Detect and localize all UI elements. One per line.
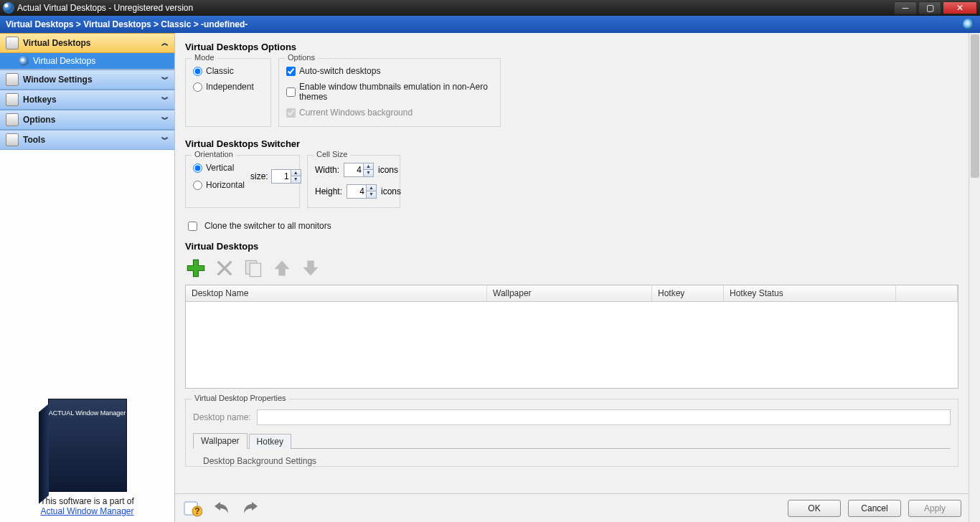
sidebar: Virtual Desktops ︽ Virtual Desktops Wind… bbox=[0, 33, 175, 522]
sidebar-label: Window Settings bbox=[23, 75, 93, 85]
globe-icon[interactable] bbox=[963, 19, 974, 30]
radio-horizontal[interactable]: Horizontal bbox=[193, 180, 245, 190]
desktops-grid[interactable]: Desktop Name Wallpaper Hotkey Hotkey Sta… bbox=[185, 285, 958, 389]
size-input[interactable] bbox=[272, 170, 291, 183]
chevron-down-icon: ︾ bbox=[161, 135, 169, 145]
radio-independent[interactable]: Independent bbox=[193, 82, 263, 92]
check-thumbnails[interactable]: Enable window thumbnails emulation in no… bbox=[286, 82, 493, 102]
spin-up-icon[interactable]: ▲ bbox=[291, 170, 301, 176]
width-label: Width: bbox=[315, 165, 339, 175]
scrollbar-thumb[interactable] bbox=[971, 34, 979, 178]
width-input[interactable] bbox=[344, 163, 363, 176]
sidebar-item-virtual-desktops[interactable]: Virtual Desktops ︽ bbox=[0, 33, 174, 53]
desktop-name-label: Desktop name: bbox=[193, 412, 251, 422]
group-orientation-legend: Orientation bbox=[192, 150, 236, 158]
radio-classic-input[interactable] bbox=[193, 67, 202, 76]
move-down-button[interactable] bbox=[300, 257, 321, 279]
check-clone-switcher-input[interactable] bbox=[188, 222, 197, 231]
size-stepper[interactable]: ▲▼ bbox=[271, 169, 301, 184]
radio-vertical-input[interactable] bbox=[193, 163, 202, 173]
width-stepper[interactable]: ▲▼ bbox=[344, 163, 374, 177]
redo-button[interactable] bbox=[240, 498, 261, 518]
sidebar-item-tools[interactable]: Tools ︾ bbox=[0, 130, 174, 150]
undo-button[interactable] bbox=[211, 498, 232, 518]
check-auto-switch-input[interactable] bbox=[286, 67, 296, 76]
move-up-button[interactable] bbox=[271, 257, 293, 279]
check-thumbnails-input[interactable] bbox=[286, 87, 296, 97]
cancel-button[interactable]: Cancel bbox=[848, 500, 901, 517]
main-body: Virtual Desktops ︽ Virtual Desktops Wind… bbox=[0, 33, 980, 522]
radio-independent-input[interactable] bbox=[193, 82, 202, 92]
bg-settings-heading: Desktop Background Settings bbox=[193, 449, 951, 466]
vertical-scrollbar[interactable] bbox=[969, 33, 980, 522]
product-box-image: ACTUAL Window Manager bbox=[48, 399, 127, 492]
group-mode-legend: Mode bbox=[192, 53, 217, 62]
properties-tabs: Wallpaper Hotkey bbox=[193, 432, 951, 449]
maximize-button[interactable]: ▢ bbox=[918, 1, 941, 14]
height-input[interactable] bbox=[347, 185, 366, 198]
check-clone-switcher[interactable]: Clone the switcher to all monitors bbox=[188, 221, 407, 231]
radio-classic[interactable]: Classic bbox=[193, 66, 263, 76]
col-desktop-name[interactable]: Desktop Name bbox=[186, 285, 487, 301]
col-wallpaper[interactable]: Wallpaper bbox=[487, 285, 652, 301]
radio-horizontal-input[interactable] bbox=[193, 181, 202, 190]
tab-hotkey[interactable]: Hotkey bbox=[249, 434, 291, 449]
spin-down-icon[interactable]: ▼ bbox=[363, 170, 373, 176]
sidebar-label: Virtual Desktops bbox=[23, 38, 90, 48]
desktop-name-input[interactable] bbox=[257, 409, 951, 425]
check-auto-switch[interactable]: Auto-switch desktops bbox=[286, 66, 493, 76]
chevron-down-icon: ︾ bbox=[161, 95, 169, 105]
app-icon bbox=[3, 2, 14, 14]
sidebar-item-hotkeys[interactable]: Hotkeys ︾ bbox=[0, 90, 174, 110]
promo-panel: ACTUAL Window Manager This software is a… bbox=[0, 393, 174, 522]
height-stepper[interactable]: ▲▼ bbox=[347, 184, 377, 199]
product-box-label: ACTUAL Window Manager bbox=[49, 399, 126, 417]
spin-up-icon[interactable]: ▲ bbox=[363, 163, 373, 170]
sidebar-subitem-virtual-desktops[interactable]: Virtual Desktops bbox=[0, 53, 174, 69]
spin-up-icon[interactable]: ▲ bbox=[366, 185, 376, 191]
promo-link[interactable]: Actual Window Manager bbox=[40, 506, 133, 516]
add-button[interactable] bbox=[185, 257, 207, 279]
apply-button[interactable]: Apply bbox=[908, 500, 961, 517]
sidebar-item-window-settings[interactable]: Window Settings ︾ bbox=[0, 70, 174, 90]
properties-legend: Virtual Desktop Properties bbox=[192, 394, 289, 402]
delete-button[interactable] bbox=[214, 257, 235, 279]
tab-wallpaper[interactable]: Wallpaper bbox=[193, 433, 248, 449]
options-icon bbox=[6, 113, 19, 126]
sidebar-item-options[interactable]: Options ︾ bbox=[0, 110, 174, 130]
svg-text:?: ? bbox=[194, 506, 199, 516]
content-scroll[interactable]: Virtual Desktops Options Mode Classic In… bbox=[175, 33, 969, 493]
copy-button[interactable] bbox=[242, 257, 264, 279]
chevron-down-icon: ︾ bbox=[161, 115, 169, 125]
svg-rect-1 bbox=[250, 263, 260, 277]
radio-vertical[interactable]: Vertical bbox=[193, 163, 245, 173]
desktops-sub-icon bbox=[19, 56, 29, 66]
hotkeys-icon bbox=[6, 93, 19, 106]
help-button[interactable]: ? bbox=[182, 498, 204, 518]
section-heading-desktops: Virtual Desktops bbox=[185, 241, 958, 252]
size-label: size: bbox=[250, 171, 268, 181]
spin-down-icon[interactable]: ▼ bbox=[366, 191, 376, 198]
grid-body[interactable] bbox=[186, 302, 958, 388]
chevron-down-icon: ︾ bbox=[161, 75, 169, 85]
col-hotkey[interactable]: Hotkey bbox=[652, 285, 724, 301]
close-button[interactable]: ✕ bbox=[943, 1, 977, 14]
spin-down-icon[interactable]: ▼ bbox=[291, 176, 301, 183]
bottom-bar: ? OK Cancel Apply bbox=[175, 493, 969, 522]
section-heading-options: Virtual Desktops Options bbox=[185, 42, 958, 52]
window-controls: ─ ▢ ✕ bbox=[894, 1, 977, 14]
minimize-button[interactable]: ─ bbox=[894, 1, 917, 14]
group-cellsize-legend: Cell Size bbox=[314, 150, 350, 158]
window-settings-icon bbox=[6, 73, 19, 86]
breadcrumb-text: Virtual Desktops > Virtual Desktops > Cl… bbox=[6, 19, 248, 29]
col-hotkey-status[interactable]: Hotkey Status bbox=[724, 285, 896, 301]
height-unit: icons bbox=[381, 186, 401, 196]
col-spacer bbox=[896, 285, 958, 301]
ok-button[interactable]: OK bbox=[788, 500, 841, 517]
chevron-up-icon: ︽ bbox=[161, 38, 169, 48]
check-current-bg-input bbox=[286, 108, 296, 118]
desktops-icon bbox=[6, 37, 19, 49]
promo-text: This software is a part of bbox=[6, 496, 169, 506]
sidebar-label: Tools bbox=[23, 135, 45, 145]
desktops-toolbar bbox=[185, 255, 958, 285]
